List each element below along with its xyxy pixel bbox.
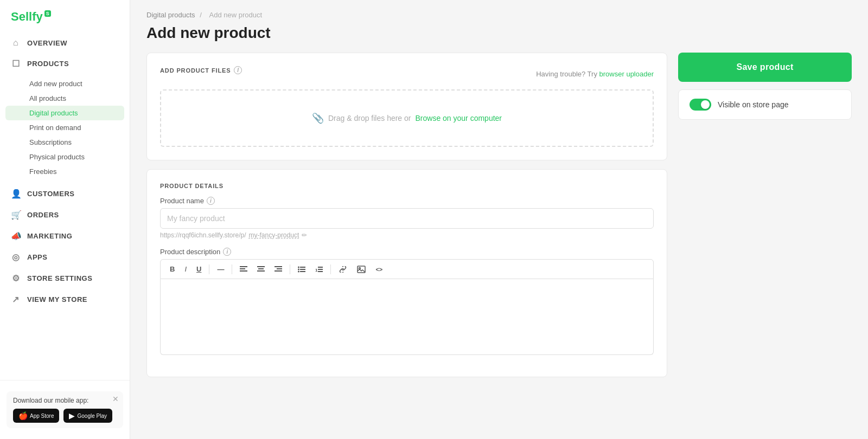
- svg-rect-6: [275, 266, 282, 267]
- sidebar-item-add-new-product[interactable]: Add new product: [0, 76, 130, 91]
- svg-rect-5: [257, 270, 265, 272]
- url-hint: https://rqqf6ichn.sellfy.store/p/my-fanc…: [160, 231, 654, 239]
- main-content: Digital products / Add new product Add n…: [130, 0, 868, 439]
- list-bullet-button[interactable]: [294, 264, 309, 275]
- svg-rect-16: [318, 267, 323, 268]
- page-title: Add new product: [146, 24, 852, 42]
- sidebar-item-view-my-store[interactable]: ↗ VIEW MY STORE: [0, 289, 130, 310]
- toolbar-divider-4: [330, 264, 331, 274]
- sidebar-item-products-label: PRODUCTS: [27, 60, 69, 68]
- list-numbered-button[interactable]: 1.: [311, 264, 327, 275]
- app-badges: 🍎 App Store ▶ Google Play: [13, 409, 117, 423]
- browser-uploader-link[interactable]: browser uploader: [599, 70, 654, 78]
- view-my-store-icon: ↗: [11, 294, 21, 305]
- close-banner-button[interactable]: ✕: [112, 395, 119, 403]
- sidebar-item-store-settings-label: STORE SETTINGS: [27, 274, 92, 282]
- sidebar-item-print-on-demand[interactable]: Print on demand: [0, 120, 130, 135]
- svg-rect-7: [277, 268, 282, 269]
- products-icon: ☐: [11, 59, 21, 69]
- svg-rect-18: [318, 271, 323, 272]
- sidebar-item-digital-products[interactable]: Digital products: [5, 106, 124, 120]
- product-name-label: Product name i: [160, 197, 654, 205]
- sidebar-item-store-settings[interactable]: ⚙ STORE SETTINGS: [0, 268, 130, 289]
- url-edit-icon[interactable]: ✏: [302, 231, 307, 239]
- logo-badge: S: [44, 10, 51, 17]
- logo-text: Sellfy: [11, 10, 43, 24]
- breadcrumb-parent[interactable]: Digital products: [146, 11, 195, 19]
- product-details-card: PRODUCT DETAILS Product name i https://r…: [146, 169, 667, 377]
- svg-point-13: [298, 270, 299, 272]
- align-right-button[interactable]: [271, 264, 286, 275]
- add-files-title: ADD PRODUCT FILES i: [160, 66, 242, 74]
- svg-rect-4: [258, 268, 264, 269]
- apps-icon: ◎: [11, 252, 21, 262]
- sidebar-item-physical-products[interactable]: Physical products: [0, 150, 130, 164]
- product-description-label: Product description i: [160, 248, 654, 256]
- content-layout: ADD PRODUCT FILES i Having trouble? Try …: [146, 53, 852, 377]
- svg-rect-1: [240, 268, 245, 269]
- svg-rect-17: [318, 269, 323, 270]
- sidebar-item-all-products[interactable]: All products: [0, 91, 130, 106]
- sidebar-item-overview-label: OVERVIEW: [27, 39, 67, 47]
- bold-button[interactable]: B: [166, 263, 178, 275]
- svg-rect-14: [300, 271, 305, 272]
- product-name-info-icon[interactable]: i: [207, 197, 215, 205]
- dash-button[interactable]: —: [213, 263, 228, 275]
- svg-point-20: [359, 267, 361, 269]
- visibility-toggle[interactable]: [690, 99, 711, 111]
- overview-icon: ⌂: [11, 38, 21, 48]
- align-center-button[interactable]: [253, 264, 269, 275]
- svg-point-11: [298, 268, 299, 270]
- sidebar-item-customers[interactable]: 👤 CUSTOMERS: [0, 183, 130, 204]
- google-play-button[interactable]: ▶ Google Play: [63, 409, 112, 423]
- file-drop-zone[interactable]: 📎 Drag & drop files here or Browse on yo…: [160, 89, 654, 147]
- app-store-label: App Store: [30, 413, 54, 419]
- sidebar-item-apps[interactable]: ◎ APPS: [0, 247, 130, 268]
- svg-rect-12: [300, 269, 305, 270]
- breadcrumb-separator: /: [200, 11, 202, 19]
- sidebar-item-apps-label: APPS: [27, 253, 47, 261]
- product-name-input[interactable]: [160, 208, 654, 229]
- toolbar-divider-1: [209, 264, 209, 274]
- visibility-label: Visible on store page: [718, 100, 789, 109]
- add-files-info-icon[interactable]: i: [234, 66, 242, 74]
- product-details-title: PRODUCT DETAILS: [160, 183, 654, 189]
- browser-uploader-hint: Having trouble? Try browser uploader: [536, 70, 654, 78]
- sidebar-item-products[interactable]: ☐ PRODUCTS: [0, 53, 130, 74]
- sidebar-item-subscriptions[interactable]: Subscriptions: [0, 135, 130, 150]
- sidebar-item-orders[interactable]: 🛒 ORDERS: [0, 204, 130, 225]
- italic-button[interactable]: I: [181, 263, 190, 275]
- google-play-label: Google Play: [77, 413, 106, 419]
- download-title: Download our mobile app:: [13, 397, 117, 404]
- svg-point-9: [298, 266, 299, 268]
- product-description-info-icon[interactable]: i: [223, 248, 231, 256]
- sidebar-item-orders-label: ORDERS: [27, 211, 59, 219]
- code-button[interactable]: <>: [372, 264, 386, 275]
- toolbar-divider-3: [290, 264, 290, 274]
- orders-icon: 🛒: [11, 210, 21, 220]
- link-button[interactable]: [335, 264, 351, 275]
- svg-rect-8: [275, 270, 282, 272]
- paperclip-icon: 📎: [312, 112, 324, 124]
- browse-computer-link[interactable]: Browse on your computer: [416, 114, 502, 122]
- product-name-group: Product name i https://rqqf6ichn.sellfy.…: [160, 197, 654, 239]
- right-panel: Save product Visible on store page: [678, 53, 852, 120]
- sidebar-item-freebies[interactable]: Freebies: [0, 164, 130, 179]
- store-settings-icon: ⚙: [11, 273, 21, 283]
- breadcrumb-current: Add new product: [209, 11, 262, 19]
- marketing-icon: 📣: [11, 231, 21, 241]
- sidebar-item-overview[interactable]: ⌂ OVERVIEW: [0, 33, 130, 53]
- sidebar-item-marketing[interactable]: 📣 MARKETING: [0, 225, 130, 247]
- svg-rect-10: [300, 267, 305, 268]
- svg-rect-0: [240, 266, 247, 267]
- logo: Sellfy S: [0, 0, 130, 33]
- product-description-group: Product description i B I U —: [160, 248, 654, 355]
- download-banner: ✕ Download our mobile app: 🍎 App Store ▶…: [7, 391, 123, 428]
- save-product-button[interactable]: Save product: [678, 53, 852, 82]
- app-store-button[interactable]: 🍎 App Store: [13, 409, 59, 423]
- align-left-button[interactable]: [236, 264, 251, 275]
- underline-button[interactable]: U: [193, 263, 205, 275]
- image-button[interactable]: [353, 263, 369, 275]
- product-description-editor[interactable]: [160, 279, 654, 355]
- svg-rect-3: [257, 266, 265, 267]
